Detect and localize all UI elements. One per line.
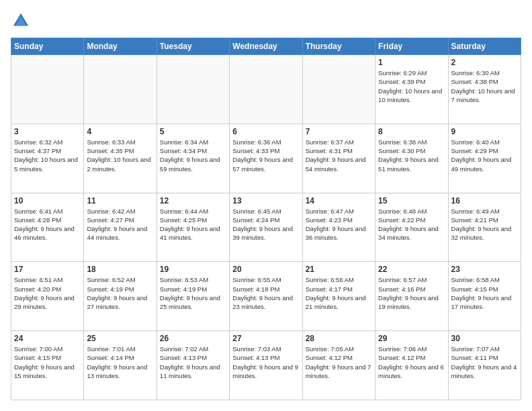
day-cell bbox=[230, 55, 302, 124]
day-info: Sunrise: 7:06 AM Sunset: 4:12 PM Dayligh… bbox=[378, 345, 445, 380]
day-cell: 17Sunrise: 6:51 AM Sunset: 4:20 PM Dayli… bbox=[11, 262, 84, 331]
day-number: 13 bbox=[232, 196, 299, 205]
day-cell: 16Sunrise: 6:49 AM Sunset: 4:21 PM Dayli… bbox=[448, 193, 521, 262]
day-cell: 25Sunrise: 7:01 AM Sunset: 4:14 PM Dayli… bbox=[84, 331, 157, 400]
day-info: Sunrise: 6:34 AM Sunset: 4:34 PM Dayligh… bbox=[160, 138, 226, 173]
day-info: Sunrise: 6:55 AM Sunset: 4:18 PM Dayligh… bbox=[232, 275, 299, 311]
day-info: Sunrise: 6:36 AM Sunset: 4:33 PM Dayligh… bbox=[232, 138, 299, 173]
week-row-1: 3Sunrise: 6:32 AM Sunset: 4:37 PM Daylig… bbox=[11, 124, 521, 193]
day-number: 1 bbox=[378, 58, 445, 67]
day-cell: 1Sunrise: 6:29 AM Sunset: 4:39 PM Daylig… bbox=[375, 55, 448, 124]
day-cell: 24Sunrise: 7:00 AM Sunset: 4:15 PM Dayli… bbox=[11, 331, 84, 400]
day-cell: 18Sunrise: 6:52 AM Sunset: 4:19 PM Dayli… bbox=[84, 262, 157, 331]
day-info: Sunrise: 6:56 AM Sunset: 4:17 PM Dayligh… bbox=[306, 275, 372, 311]
day-info: Sunrise: 6:57 AM Sunset: 4:16 PM Dayligh… bbox=[378, 275, 445, 311]
day-cell bbox=[84, 55, 157, 124]
day-number: 8 bbox=[378, 127, 445, 136]
header-friday: Friday bbox=[375, 38, 448, 55]
day-number: 12 bbox=[160, 196, 226, 205]
day-info: Sunrise: 6:37 AM Sunset: 4:31 PM Dayligh… bbox=[306, 138, 372, 173]
day-cell bbox=[157, 55, 229, 124]
day-number: 26 bbox=[160, 334, 226, 343]
day-cell: 21Sunrise: 6:56 AM Sunset: 4:17 PM Dayli… bbox=[302, 262, 375, 331]
calendar-header-row: SundayMondayTuesdayWednesdayThursdayFrid… bbox=[11, 38, 521, 55]
day-info: Sunrise: 6:38 AM Sunset: 4:30 PM Dayligh… bbox=[378, 138, 445, 173]
day-cell: 23Sunrise: 6:58 AM Sunset: 4:15 PM Dayli… bbox=[448, 262, 521, 331]
day-cell: 19Sunrise: 6:53 AM Sunset: 4:19 PM Dayli… bbox=[157, 262, 229, 331]
day-cell: 27Sunrise: 7:03 AM Sunset: 4:13 PM Dayli… bbox=[230, 331, 302, 400]
day-cell bbox=[11, 55, 84, 124]
day-info: Sunrise: 7:02 AM Sunset: 4:13 PM Dayligh… bbox=[160, 345, 226, 380]
day-cell: 3Sunrise: 6:32 AM Sunset: 4:37 PM Daylig… bbox=[11, 124, 84, 193]
logo bbox=[11, 11, 34, 31]
day-cell: 15Sunrise: 6:48 AM Sunset: 4:22 PM Dayli… bbox=[375, 193, 448, 262]
day-info: Sunrise: 6:48 AM Sunset: 4:22 PM Dayligh… bbox=[378, 207, 445, 242]
day-number: 14 bbox=[306, 196, 372, 205]
day-cell: 8Sunrise: 6:38 AM Sunset: 4:30 PM Daylig… bbox=[375, 124, 448, 193]
day-info: Sunrise: 6:29 AM Sunset: 4:39 PM Dayligh… bbox=[378, 68, 445, 104]
day-number: 7 bbox=[306, 127, 372, 136]
day-number: 16 bbox=[451, 196, 518, 205]
day-number: 2 bbox=[451, 58, 518, 67]
day-cell: 10Sunrise: 6:41 AM Sunset: 4:28 PM Dayli… bbox=[11, 193, 84, 262]
day-number: 9 bbox=[451, 127, 518, 136]
day-number: 3 bbox=[14, 127, 81, 136]
week-row-2: 10Sunrise: 6:41 AM Sunset: 4:28 PM Dayli… bbox=[11, 193, 521, 262]
day-number: 18 bbox=[87, 265, 153, 274]
day-cell: 14Sunrise: 6:47 AM Sunset: 4:23 PM Dayli… bbox=[302, 193, 375, 262]
page: SundayMondayTuesdayWednesdayThursdayFrid… bbox=[0, 0, 532, 411]
day-cell: 28Sunrise: 7:05 AM Sunset: 4:12 PM Dayli… bbox=[302, 331, 375, 400]
header bbox=[11, 11, 521, 31]
day-info: Sunrise: 7:01 AM Sunset: 4:14 PM Dayligh… bbox=[87, 345, 153, 380]
header-wednesday: Wednesday bbox=[230, 38, 302, 55]
day-info: Sunrise: 6:40 AM Sunset: 4:29 PM Dayligh… bbox=[451, 138, 518, 173]
header-saturday: Saturday bbox=[448, 38, 521, 55]
header-thursday: Thursday bbox=[302, 38, 375, 55]
day-cell: 13Sunrise: 6:45 AM Sunset: 4:24 PM Dayli… bbox=[230, 193, 302, 262]
day-number: 19 bbox=[160, 265, 226, 274]
day-info: Sunrise: 6:51 AM Sunset: 4:20 PM Dayligh… bbox=[14, 275, 81, 311]
day-info: Sunrise: 6:32 AM Sunset: 4:37 PM Dayligh… bbox=[14, 138, 81, 173]
day-cell: 9Sunrise: 6:40 AM Sunset: 4:29 PM Daylig… bbox=[448, 124, 521, 193]
day-cell: 26Sunrise: 7:02 AM Sunset: 4:13 PM Dayli… bbox=[157, 331, 229, 400]
day-info: Sunrise: 7:03 AM Sunset: 4:13 PM Dayligh… bbox=[232, 345, 299, 380]
day-number: 22 bbox=[378, 265, 445, 274]
day-cell: 22Sunrise: 6:57 AM Sunset: 4:16 PM Dayli… bbox=[375, 262, 448, 331]
day-number: 5 bbox=[160, 127, 226, 136]
day-number: 17 bbox=[14, 265, 81, 274]
day-cell: 2Sunrise: 6:30 AM Sunset: 4:38 PM Daylig… bbox=[448, 55, 521, 124]
day-info: Sunrise: 6:44 AM Sunset: 4:25 PM Dayligh… bbox=[160, 207, 226, 242]
day-number: 25 bbox=[87, 334, 153, 343]
day-number: 15 bbox=[378, 196, 445, 205]
week-row-4: 24Sunrise: 7:00 AM Sunset: 4:15 PM Dayli… bbox=[11, 331, 521, 400]
day-cell: 5Sunrise: 6:34 AM Sunset: 4:34 PM Daylig… bbox=[157, 124, 229, 193]
day-number: 10 bbox=[14, 196, 81, 205]
day-number: 29 bbox=[378, 334, 445, 343]
day-info: Sunrise: 7:05 AM Sunset: 4:12 PM Dayligh… bbox=[306, 345, 372, 380]
day-cell: 7Sunrise: 6:37 AM Sunset: 4:31 PM Daylig… bbox=[302, 124, 375, 193]
day-info: Sunrise: 6:30 AM Sunset: 4:38 PM Dayligh… bbox=[451, 68, 518, 104]
logo-icon bbox=[11, 11, 31, 31]
day-number: 23 bbox=[451, 265, 518, 274]
day-info: Sunrise: 6:58 AM Sunset: 4:15 PM Dayligh… bbox=[451, 275, 518, 311]
day-number: 30 bbox=[451, 334, 518, 343]
week-row-0: 1Sunrise: 6:29 AM Sunset: 4:39 PM Daylig… bbox=[11, 55, 521, 124]
day-number: 6 bbox=[232, 127, 299, 136]
day-cell: 29Sunrise: 7:06 AM Sunset: 4:12 PM Dayli… bbox=[375, 331, 448, 400]
day-cell: 6Sunrise: 6:36 AM Sunset: 4:33 PM Daylig… bbox=[230, 124, 302, 193]
day-number: 24 bbox=[14, 334, 81, 343]
day-cell: 12Sunrise: 6:44 AM Sunset: 4:25 PM Dayli… bbox=[157, 193, 229, 262]
day-number: 11 bbox=[87, 196, 153, 205]
day-info: Sunrise: 6:42 AM Sunset: 4:27 PM Dayligh… bbox=[87, 207, 153, 242]
day-number: 21 bbox=[306, 265, 372, 274]
day-cell: 30Sunrise: 7:07 AM Sunset: 4:11 PM Dayli… bbox=[448, 331, 521, 400]
day-info: Sunrise: 7:00 AM Sunset: 4:15 PM Dayligh… bbox=[14, 345, 81, 380]
day-number: 28 bbox=[306, 334, 372, 343]
day-info: Sunrise: 6:49 AM Sunset: 4:21 PM Dayligh… bbox=[451, 207, 518, 242]
day-number: 27 bbox=[232, 334, 299, 343]
day-info: Sunrise: 6:53 AM Sunset: 4:19 PM Dayligh… bbox=[160, 275, 226, 311]
week-row-3: 17Sunrise: 6:51 AM Sunset: 4:20 PM Dayli… bbox=[11, 262, 521, 331]
day-cell: 11Sunrise: 6:42 AM Sunset: 4:27 PM Dayli… bbox=[84, 193, 157, 262]
day-number: 20 bbox=[232, 265, 299, 274]
day-cell: 4Sunrise: 6:33 AM Sunset: 4:35 PM Daylig… bbox=[84, 124, 157, 193]
